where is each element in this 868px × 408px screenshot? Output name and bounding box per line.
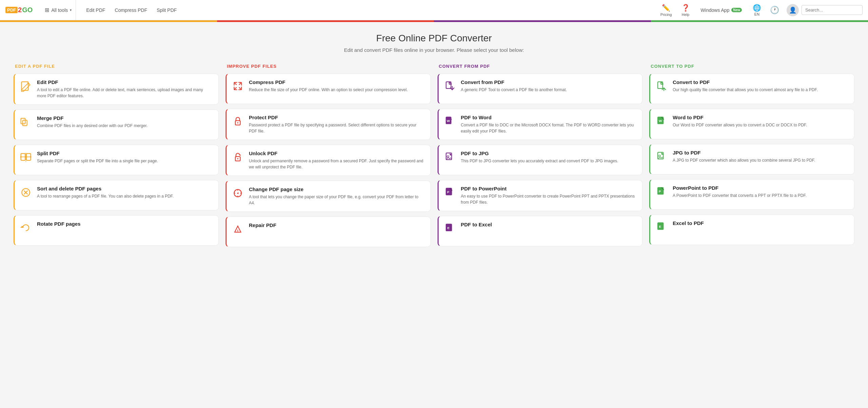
card-content: Edit PDFA tool to edit a PDF file online… bbox=[37, 79, 213, 99]
card-title: Repair PDF bbox=[249, 222, 276, 228]
card-title: Sort and delete PDF pages bbox=[37, 186, 174, 191]
card-desc: A PowerPoint to PDF converter that conve… bbox=[673, 192, 807, 199]
all-tools-menu[interactable]: ⊞ All tools ▾ bbox=[41, 0, 76, 20]
card-compress[interactable]: Compress PDFReduce the file size of your… bbox=[226, 74, 431, 104]
card-desc: This PDF to JPG converter lets you accur… bbox=[461, 158, 618, 164]
card-unlock[interactable]: Unlock PDFUnlock and permanently remove … bbox=[226, 145, 431, 176]
svg-point-26 bbox=[237, 122, 238, 124]
chevron-down-icon: ▾ bbox=[70, 8, 72, 12]
card-title: Convert to PDF bbox=[673, 79, 818, 85]
merge-icon bbox=[19, 116, 32, 130]
card-word-pdf[interactable]: WWord to PDFOur Word to PDF converter al… bbox=[649, 109, 854, 139]
card-desc: Separate PDF pages or split the PDF file… bbox=[37, 158, 158, 164]
card-rotate[interactable]: Rotate PDF pages bbox=[14, 215, 219, 246]
card-title: Edit PDF bbox=[37, 79, 213, 85]
compress-icon bbox=[231, 80, 244, 95]
card-content: Merge PDFCombine PDF files in any desire… bbox=[37, 115, 148, 129]
card-convert-from[interactable]: Convert from PDFA generic PDF Tool to co… bbox=[438, 74, 643, 104]
card-title: PDF to JPG bbox=[461, 150, 618, 156]
card-content: Repair PDF bbox=[249, 222, 276, 230]
card-desc: A tool that lets you change the paper si… bbox=[249, 194, 425, 206]
card-excel-pdf[interactable]: EExcel to PDF bbox=[649, 215, 854, 245]
svg-text:E: E bbox=[447, 226, 449, 230]
pdf-jpg-icon bbox=[443, 151, 456, 166]
card-sort[interactable]: Sort and delete PDF pagesA tool to rearr… bbox=[14, 180, 219, 210]
svg-point-29 bbox=[237, 158, 238, 160]
edit-pdf-link[interactable]: Edit PDF bbox=[81, 0, 110, 20]
user-avatar[interactable]: 👤 bbox=[787, 4, 799, 16]
column-from: CONVERT FROM PDFConvert from PDFA generi… bbox=[438, 64, 643, 252]
card-desc: A tool to rearrange pages of a PDF file.… bbox=[37, 193, 174, 199]
globe-icon: 🌐 bbox=[753, 4, 761, 12]
pricing-button[interactable]: ✏️ Pricing bbox=[657, 0, 675, 20]
column-header-edit: EDIT A PDF FILE bbox=[14, 64, 219, 69]
svg-marker-36 bbox=[237, 192, 238, 194]
card-content: Convert to PDFOur high quality file conv… bbox=[673, 79, 818, 93]
card-split[interactable]: Split PDFSeparate PDF pages or split the… bbox=[14, 145, 219, 175]
windows-app-button[interactable]: Windows App New bbox=[696, 0, 747, 20]
card-content: PowerPoint to PDFA PowerPoint to PDF con… bbox=[673, 185, 807, 199]
card-desc: Our Word to PDF converter allows you to … bbox=[673, 122, 807, 128]
split-pdf-link[interactable]: Split PDF bbox=[152, 0, 181, 20]
card-repair[interactable]: Repair PDF bbox=[226, 217, 431, 247]
sort-icon bbox=[19, 186, 32, 201]
card-content: PDF to PowerPointAn easy to use PDF to P… bbox=[461, 186, 637, 205]
card-content: JPG to PDFA JPG to PDF converter which a… bbox=[673, 150, 815, 163]
card-content: Sort and delete PDF pagesA tool to rearr… bbox=[37, 186, 174, 199]
page-subtitle: Edit and convert PDF files online in you… bbox=[14, 47, 854, 53]
card-desc: A JPG to PDF converter which also allows… bbox=[673, 157, 815, 163]
history-button[interactable]: 🕐 bbox=[767, 6, 782, 15]
new-badge: New bbox=[731, 8, 742, 12]
ppt-pdf-icon: P bbox=[655, 186, 668, 200]
logo[interactable]: PDF 2 GO bbox=[5, 6, 33, 14]
card-title: PDF to Word bbox=[461, 115, 637, 120]
jpg-pdf-icon bbox=[655, 150, 668, 165]
card-content: Word to PDFOur Word to PDF converter all… bbox=[673, 115, 807, 128]
column-edit: EDIT A PDF FILEEdit PDFA tool to edit a … bbox=[14, 64, 219, 252]
card-pdf-ppt[interactable]: PPDF to PowerPointAn easy to use PDF to … bbox=[438, 180, 643, 211]
protect-icon bbox=[231, 115, 244, 130]
card-content: PDF to Excel bbox=[461, 222, 492, 229]
card-desc: Convert a PDF file to DOC or the Microso… bbox=[461, 122, 637, 134]
card-title: Excel to PDF bbox=[673, 220, 704, 226]
card-title: Change PDF page size bbox=[249, 186, 425, 192]
card-protect[interactable]: Protect PDFPassword protect a PDF file b… bbox=[226, 109, 431, 140]
card-desc: A tool to edit a PDF file online. Add or… bbox=[37, 87, 213, 99]
card-content: Compress PDFReduce the file size of your… bbox=[249, 79, 408, 93]
card-pagesize[interactable]: Change PDF page sizeA tool that lets you… bbox=[226, 181, 431, 212]
card-merge[interactable]: Merge PDFCombine PDF files in any desire… bbox=[14, 109, 219, 140]
word-pdf-icon: W bbox=[655, 115, 668, 130]
card-title: Convert from PDF bbox=[461, 79, 567, 85]
card-title: Compress PDF bbox=[249, 79, 408, 85]
card-edit[interactable]: Edit PDFA tool to edit a PDF file online… bbox=[14, 74, 219, 105]
card-pdf-word[interactable]: WPDF to WordConvert a PDF file to DOC or… bbox=[438, 109, 643, 140]
help-button[interactable]: ❓ Help bbox=[678, 0, 693, 20]
card-title: PDF to Excel bbox=[461, 222, 492, 227]
card-title: PDF to PowerPoint bbox=[461, 186, 637, 191]
language-button[interactable]: 🌐 EN bbox=[749, 0, 765, 20]
card-content: Rotate PDF pages bbox=[37, 221, 80, 228]
edit-icon bbox=[19, 80, 32, 95]
card-title: Protect PDF bbox=[249, 115, 425, 120]
search-input[interactable] bbox=[802, 5, 863, 15]
pdf-excel-icon: E bbox=[443, 222, 456, 237]
svg-text:W: W bbox=[659, 119, 662, 123]
card-jpg-pdf[interactable]: JPG to PDFA JPG to PDF converter which a… bbox=[649, 144, 854, 175]
card-desc: Reduce the file size of your PDF online.… bbox=[249, 87, 408, 93]
all-tools-label: All tools bbox=[51, 7, 68, 13]
card-convert-to[interactable]: Convert to PDFOur high quality file conv… bbox=[649, 74, 854, 104]
compress-pdf-link[interactable]: Compress PDF bbox=[110, 0, 152, 20]
rotate-icon bbox=[19, 222, 32, 236]
card-content: Unlock PDFUnlock and permanently remove … bbox=[249, 150, 425, 170]
card-desc: Unlock and permanently remove a password… bbox=[249, 158, 425, 170]
tool-columns: EDIT A PDF FILEEdit PDFA tool to edit a … bbox=[14, 64, 854, 252]
card-title: Rotate PDF pages bbox=[37, 221, 80, 227]
card-pdf-jpg[interactable]: PDF to JPGThis PDF to JPG converter lets… bbox=[438, 145, 643, 175]
card-content: PDF to JPGThis PDF to JPG converter lets… bbox=[461, 150, 618, 164]
card-title: Split PDF bbox=[37, 150, 158, 156]
card-ppt-pdf[interactable]: PPowerPoint to PDFA PowerPoint to PDF co… bbox=[649, 179, 854, 210]
svg-text:P: P bbox=[659, 189, 661, 193]
card-desc: A generic PDF Tool to convert a PDF file… bbox=[461, 87, 567, 93]
card-pdf-excel[interactable]: EPDF to Excel bbox=[438, 216, 643, 246]
svg-point-48 bbox=[447, 156, 448, 158]
